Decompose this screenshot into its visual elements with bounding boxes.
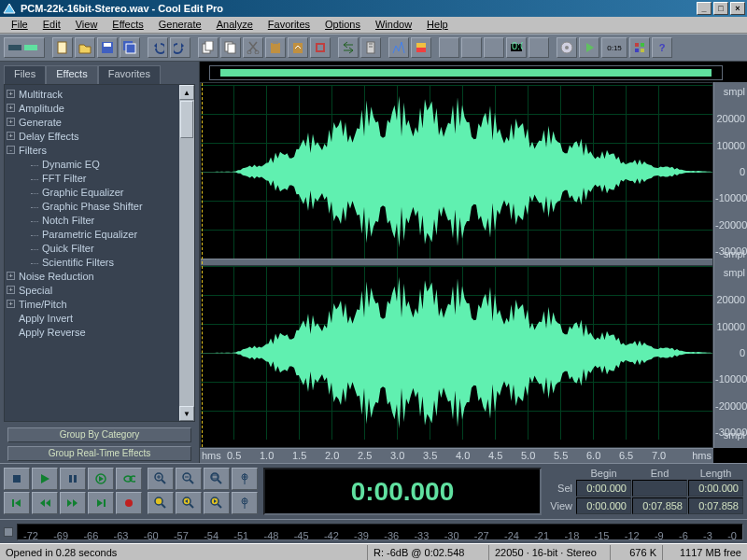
timecode-display[interactable]: 0:00.000 — [263, 468, 542, 515]
zoom-in-button[interactable] — [148, 468, 174, 490]
options-button[interactable] — [629, 37, 650, 58]
status-format: 22050 · 16-bit · Stereo — [489, 545, 611, 560]
cd-button[interactable] — [557, 37, 577, 58]
close-button[interactable]: × — [730, 2, 745, 15]
menu-effects[interactable]: Effects — [105, 17, 150, 33]
menu-help[interactable]: Help — [419, 17, 456, 33]
sel-length-value[interactable]: 0:00.000 — [688, 480, 743, 497]
show-time-button[interactable]: 0:0 — [506, 37, 527, 58]
tree-item[interactable]: +Multitrack — [7, 87, 192, 101]
meter-toggle-icon[interactable] — [4, 527, 13, 537]
stop-button[interactable] — [4, 468, 30, 490]
go-start-button[interactable] — [4, 492, 30, 514]
maximize-button[interactable]: □ — [713, 2, 728, 15]
menu-analyze[interactable]: Analyze — [209, 17, 261, 33]
timer-button[interactable]: 0:15 — [601, 37, 627, 58]
rewind-button[interactable] — [32, 492, 58, 514]
show-transport-button[interactable] — [484, 37, 504, 58]
tree-item[interactable]: +Amplitude — [7, 101, 192, 115]
tab-favorites[interactable]: Favorites — [98, 65, 161, 84]
tree-item[interactable]: +Time/Pitch — [7, 297, 192, 311]
overview-bar[interactable] — [209, 65, 723, 80]
paste-button[interactable] — [265, 37, 286, 58]
tree-item[interactable]: FFT Filter — [7, 171, 192, 185]
group-category-button[interactable]: Group By Category — [7, 427, 191, 442]
open-button[interactable] — [75, 37, 95, 58]
zoom-sel-right-button[interactable] — [204, 492, 230, 514]
tree-item[interactable]: Graphic Phase Shifter — [7, 199, 192, 213]
level-meter[interactable]: -72-69-66-63-60-57-54-51-48-45-42-39-36-… — [17, 524, 743, 540]
tree-item[interactable]: Dynamic EQ — [7, 157, 192, 171]
tree-item[interactable]: Graphic Equalizer — [7, 185, 192, 199]
view-end-value[interactable]: 0:07.858 — [632, 497, 687, 514]
menu-favorites[interactable]: Favorites — [261, 17, 317, 33]
undo-button[interactable] — [148, 37, 168, 58]
menu-view[interactable]: View — [68, 17, 106, 33]
cut-button[interactable] — [243, 37, 263, 58]
redo-button[interactable] — [170, 37, 190, 58]
copy-button[interactable] — [220, 37, 241, 58]
zoom-in-vert-button[interactable] — [232, 468, 258, 490]
zoom-full-button[interactable] — [204, 468, 230, 490]
show-zoom-button[interactable] — [529, 37, 549, 58]
save-button[interactable] — [97, 37, 118, 58]
show-left-button[interactable] — [439, 37, 459, 58]
tree-item[interactable]: Apply Invert — [7, 311, 192, 325]
record-button[interactable] — [116, 492, 142, 514]
tree-item[interactable]: Scientific Filters — [7, 255, 192, 269]
tab-effects[interactable]: Effects — [46, 65, 97, 84]
scroll-thumb[interactable] — [180, 101, 193, 138]
zoom-sel-left-button[interactable] — [176, 492, 202, 514]
sel-end-value[interactable] — [632, 480, 687, 497]
trim-button[interactable] — [310, 37, 331, 58]
waveform-display[interactable] — [200, 82, 713, 448]
tree-item[interactable]: +Special — [7, 283, 192, 297]
settings-button[interactable] — [360, 37, 381, 58]
save-all-button[interactable] — [120, 37, 140, 58]
pause-button[interactable] — [60, 468, 86, 490]
scroll-up-button[interactable]: ▲ — [179, 85, 194, 100]
help-button[interactable]: ? — [652, 37, 672, 58]
mix-paste-button[interactable] — [288, 37, 308, 58]
convert-button[interactable] — [338, 37, 359, 58]
time-ruler[interactable]: hms0.51.01.52.02.53.03.54.04.55.05.56.06… — [200, 448, 713, 463]
loop-button[interactable] — [116, 468, 142, 490]
sel-begin-value[interactable]: 0:00.000 — [576, 480, 631, 497]
menu-edit[interactable]: Edit — [35, 17, 68, 33]
mode-toggle-button[interactable] — [4, 37, 45, 58]
play-to-end-button[interactable] — [88, 468, 114, 490]
new-button[interactable] — [52, 37, 73, 58]
tree-item[interactable]: Notch Filter — [7, 213, 192, 227]
minimize-button[interactable]: _ — [697, 2, 712, 15]
scroll-down-button[interactable]: ▼ — [179, 406, 194, 421]
tree-item[interactable]: Apply Reverse — [7, 325, 192, 339]
effects-tree[interactable]: +Multitrack+Amplitude+Generate+Delay Eff… — [5, 85, 194, 341]
view-begin-value[interactable]: 0:00.000 — [576, 497, 631, 514]
menu-window[interactable]: Window — [368, 17, 419, 33]
forward-button[interactable] — [60, 492, 86, 514]
group-realtime-button[interactable]: Group Real-Time Effects — [7, 446, 191, 461]
tab-files[interactable]: Files — [4, 65, 46, 84]
zoom-out-button[interactable] — [176, 468, 202, 490]
tree-item[interactable]: +Delay Effects — [7, 129, 192, 143]
zoom-out-vert-button[interactable] — [232, 492, 258, 514]
tree-item[interactable]: Parametric Equalizer — [7, 227, 192, 241]
tree-scrollbar[interactable]: ▲ ▼ — [179, 85, 194, 421]
tree-item[interactable]: Quick Filter — [7, 241, 192, 255]
menu-options[interactable]: Options — [317, 17, 368, 33]
menu-file[interactable]: File — [4, 17, 35, 33]
tree-item[interactable]: +Generate — [7, 115, 192, 129]
spectral-button[interactable] — [388, 37, 409, 58]
go-end-button[interactable] — [88, 492, 114, 514]
copy-new-button[interactable] — [198, 37, 218, 58]
sel-header-end: End — [632, 468, 687, 479]
play-script-button[interactable] — [579, 37, 599, 58]
play-button[interactable] — [32, 468, 58, 490]
view-length-value[interactable]: 0:07.858 — [688, 497, 743, 514]
show-bottom-button[interactable] — [461, 37, 482, 58]
freq-button[interactable] — [411, 37, 431, 58]
menu-generate[interactable]: Generate — [151, 17, 209, 33]
zoom-sel-button[interactable] — [148, 492, 174, 514]
tree-item[interactable]: -Filters — [7, 143, 192, 157]
tree-item[interactable]: +Noise Reduction — [7, 269, 192, 283]
